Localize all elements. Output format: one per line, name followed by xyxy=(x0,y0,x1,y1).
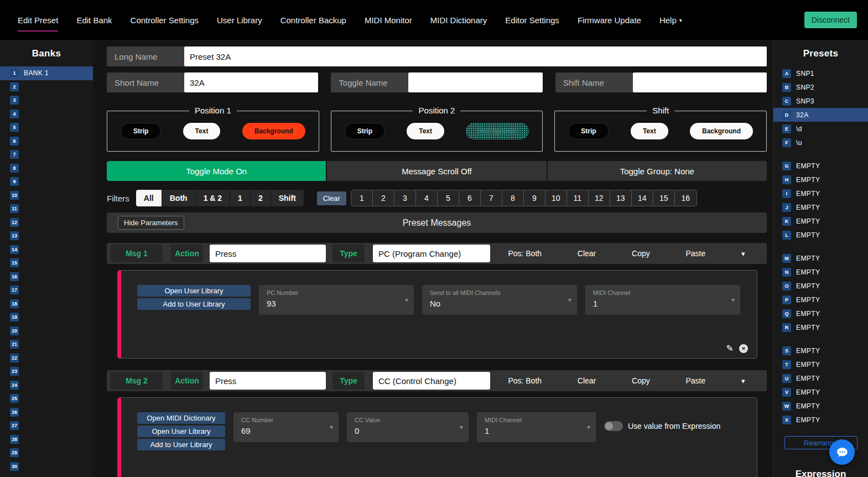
shift-name-input[interactable] xyxy=(633,72,767,92)
nav-item-edit-bank[interactable]: Edit Bank xyxy=(76,11,112,29)
bank-item-9[interactable]: 9 xyxy=(0,175,93,189)
msg-2-action-input[interactable] xyxy=(210,372,326,390)
preset-item-d[interactable]: D32A xyxy=(773,108,868,122)
nav-item-editor-settings[interactable]: Editor Settings xyxy=(505,11,559,29)
bank-item-26[interactable]: 26 xyxy=(0,406,93,419)
midi-channel-dropdown[interactable]: MIDI Channel 1 ▾ xyxy=(585,285,740,315)
msg-1-action-button[interactable]: Action xyxy=(171,245,203,262)
toggle-group-none-button[interactable]: Toggle Group: None xyxy=(548,161,767,181)
msg-2-copy-button[interactable]: Copy xyxy=(632,376,650,385)
msg-1-type-input[interactable] xyxy=(373,245,490,262)
msg-1-action-input[interactable] xyxy=(210,245,326,262)
filter-segment-shift[interactable]: Shift xyxy=(271,190,304,206)
bank-item-10[interactable]: 10 xyxy=(0,189,93,203)
edit-pencil-icon[interactable]: ✎ xyxy=(726,343,734,354)
bank-item-7[interactable]: 7 xyxy=(0,148,93,162)
preset-item-n[interactable]: NEMPTY xyxy=(773,265,868,279)
preset-item-o[interactable]: OEMPTY xyxy=(773,279,868,293)
preset-item-g[interactable]: GEMPTY xyxy=(773,159,868,173)
bank-item-1[interactable]: 1BANK 1 xyxy=(0,66,93,80)
short-name-input[interactable] xyxy=(184,72,318,92)
midi-channel-dropdown[interactable]: MIDI Channel 1 ▾ xyxy=(477,412,596,442)
remove-circle-icon[interactable]: ✕ xyxy=(739,344,748,353)
cc-number-dropdown[interactable]: CC Number 69 ▾ xyxy=(233,412,339,442)
filter-segment-all[interactable]: All xyxy=(136,190,162,206)
position-2-strip-button[interactable]: Strip xyxy=(345,123,385,139)
shift-text-button[interactable]: Text xyxy=(631,123,668,139)
preset-item-x[interactable]: XEMPTY xyxy=(773,413,868,427)
hide-parameters-button[interactable]: Hide Parameters xyxy=(118,216,184,230)
bank-item-13[interactable]: 13 xyxy=(0,229,93,243)
nav-item-firmware-update[interactable]: Firmware Update xyxy=(578,11,641,29)
bank-item-16[interactable]: 16 xyxy=(0,270,93,284)
filter-number-3[interactable]: 3 xyxy=(394,190,416,206)
disconnect-button[interactable]: Disconnect xyxy=(804,12,857,28)
preset-item-w[interactable]: WEMPTY xyxy=(773,399,868,413)
cc-value-dropdown[interactable]: CC Value 0 ▾ xyxy=(347,412,469,442)
toggle-mode-on-button[interactable]: Toggle Mode On xyxy=(107,161,326,181)
toggle-name-input[interactable] xyxy=(408,72,542,92)
preset-item-t[interactable]: TEMPTY xyxy=(773,357,868,371)
preset-item-a[interactable]: ASNP1 xyxy=(773,66,868,80)
msg-1-collapse-caret-icon[interactable]: ▾ xyxy=(741,250,745,258)
msg-2-action-button[interactable]: Action xyxy=(171,372,203,390)
msg-1-button[interactable]: Msg 1 xyxy=(111,245,163,262)
preset-item-l[interactable]: LEMPTY xyxy=(773,228,868,242)
open-user-library-button[interactable]: Open User Library xyxy=(137,426,225,437)
bank-item-28[interactable]: 28 xyxy=(0,433,93,447)
bank-item-24[interactable]: 24 xyxy=(0,379,93,392)
position-2-background-button[interactable]: Background xyxy=(466,123,529,139)
msg-1-type-button[interactable]: Type xyxy=(332,245,365,262)
open-midi-dictionary-button[interactable]: Open MIDI Dictionary xyxy=(137,412,225,424)
bank-item-21[interactable]: 21 xyxy=(0,338,93,351)
msg-2-collapse-caret-icon[interactable]: ▾ xyxy=(741,377,745,385)
bank-item-3[interactable]: 3 xyxy=(0,94,93,107)
message-scroll-off-button[interactable]: Message Scroll Off xyxy=(327,161,546,181)
filter-segment-both[interactable]: Both xyxy=(162,190,196,206)
filter-number-6[interactable]: 6 xyxy=(459,190,481,206)
filter-number-2[interactable]: 2 xyxy=(373,190,394,206)
filter-number-12[interactable]: 12 xyxy=(589,190,610,206)
msg-2-pos-toggle[interactable]: Pos: Both xyxy=(508,376,542,385)
preset-item-i[interactable]: IEMPTY xyxy=(773,186,868,200)
nav-item-controller-backup[interactable]: Controller Backup xyxy=(280,11,346,29)
bank-item-5[interactable]: 5 xyxy=(0,121,93,134)
preset-item-e[interactable]: E\d xyxy=(773,122,868,136)
preset-item-m[interactable]: MEMPTY xyxy=(773,251,868,265)
bank-item-11[interactable]: 11 xyxy=(0,202,93,216)
msg-2-paste-button[interactable]: Paste xyxy=(685,376,705,385)
msg-2-button[interactable]: Msg 2 xyxy=(111,372,163,390)
filter-number-16[interactable]: 16 xyxy=(675,190,697,206)
bank-item-27[interactable]: 27 xyxy=(0,419,93,433)
msg-2-type-input[interactable] xyxy=(373,372,490,390)
filter-number-8[interactable]: 8 xyxy=(502,190,524,206)
bank-item-30[interactable]: 30 xyxy=(0,460,93,474)
bank-item-12[interactable]: 12 xyxy=(0,216,93,230)
nav-item-midi-monitor[interactable]: MIDI Monitor xyxy=(365,11,412,29)
filter-number-14[interactable]: 14 xyxy=(632,190,653,206)
preset-item-f[interactable]: F\u xyxy=(773,136,868,149)
bank-item-29[interactable]: 29 xyxy=(0,446,93,460)
nav-item-controller-settings[interactable]: Controller Settings xyxy=(131,11,199,29)
preset-item-p[interactable]: PEMPTY xyxy=(773,293,868,307)
preset-item-s[interactable]: SEMPTY xyxy=(773,344,868,357)
shift-strip-button[interactable]: Strip xyxy=(568,123,609,139)
msg-1-copy-button[interactable]: Copy xyxy=(632,249,650,258)
filter-segment-1[interactable]: 1 xyxy=(230,190,251,206)
bank-item-19[interactable]: 19 xyxy=(0,310,93,324)
preset-item-c[interactable]: CSNP3 xyxy=(773,94,868,108)
pc-number-dropdown[interactable]: PC Number 93 ▾ xyxy=(259,285,414,315)
filter-number-15[interactable]: 15 xyxy=(653,190,675,206)
nav-item-edit-preset[interactable]: Edit Preset xyxy=(18,11,58,29)
preset-item-u[interactable]: UEMPTY xyxy=(773,371,868,385)
filter-number-9[interactable]: 9 xyxy=(524,190,545,206)
position-1-strip-button[interactable]: Strip xyxy=(121,123,161,139)
bank-item-25[interactable]: 25 xyxy=(0,392,93,406)
add-to-user-library-button[interactable]: Add to User Library xyxy=(137,298,251,310)
filter-number-10[interactable]: 10 xyxy=(545,190,567,206)
bank-item-2[interactable]: 2 xyxy=(0,80,93,94)
bank-item-8[interactable]: 8 xyxy=(0,162,93,175)
preset-item-r[interactable]: REMPTY xyxy=(773,320,868,334)
bank-item-6[interactable]: 6 xyxy=(0,134,93,148)
filter-number-11[interactable]: 11 xyxy=(567,190,589,206)
